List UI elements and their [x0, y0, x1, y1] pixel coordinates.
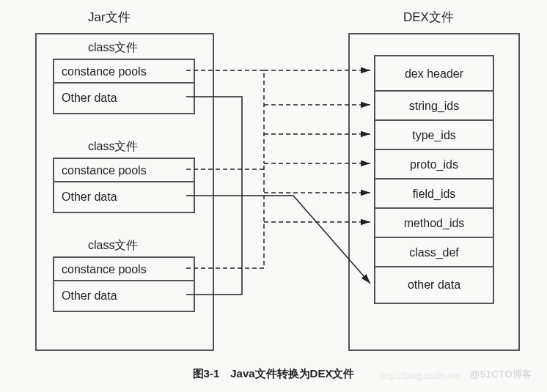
- field-ids: field_ids: [374, 178, 494, 210]
- constance-pools-2: constance pools: [53, 158, 195, 184]
- constance-pools-1: constance pools: [53, 59, 195, 85]
- string-ids: string_ids: [374, 90, 494, 122]
- method-ids: method_ids: [374, 207, 494, 240]
- other-data-3: Other data: [53, 280, 195, 312]
- other-data-1: Other data: [53, 82, 195, 114]
- dex-header: dex header: [374, 55, 494, 93]
- constance-pools-3: constance pools: [53, 256, 195, 283]
- other-data-2: Other data: [53, 181, 195, 213]
- jar-title: Jar文件: [88, 9, 131, 26]
- class-label-3: class文件: [88, 238, 138, 254]
- dex-other-data: other data: [374, 266, 494, 304]
- class-def: class_def: [374, 237, 494, 269]
- dex-title: DEX文件: [403, 9, 454, 26]
- watermark-site: @51CTO博客: [470, 368, 532, 381]
- class-label-1: class文件: [88, 40, 138, 56]
- proto-ids: proto_ids: [374, 149, 494, 181]
- class-label-2: class文件: [88, 139, 138, 155]
- type-ids: type_ids: [374, 119, 494, 152]
